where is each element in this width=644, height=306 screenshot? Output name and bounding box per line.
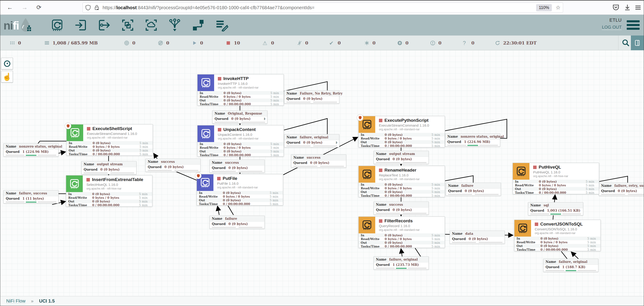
connection-label[interactable]: Name output stream Queued 0 (0 bytes) ◗	[374, 151, 429, 164]
remote-process-group-palette-icon[interactable]	[144, 19, 158, 32]
stat-window: 5 min	[432, 137, 442, 140]
stat-label: Read/Write	[68, 196, 92, 199]
logout-link[interactable]: LOG OUT	[602, 25, 622, 30]
queue-percent-bars	[599, 193, 644, 196]
connection-label[interactable]: Name failure, original Queued 1 (235.73 …	[374, 256, 429, 269]
connection-label[interactable]: Name failure Queued 0 (0 bytes) ◗	[446, 183, 501, 196]
reload-button[interactable]: ⟳	[35, 4, 43, 12]
birdseye-compass-button[interactable]	[1, 58, 13, 69]
connection-label[interactable]: Name Original, Response Queued 0 (0 byte…	[212, 110, 267, 124]
shield-icon[interactable]	[85, 5, 91, 11]
stopped-status-icon	[533, 166, 536, 169]
sidebar-toggle-button[interactable]	[631, 36, 644, 50]
status-running-count: 0	[200, 40, 203, 46]
processor-bundle: org.apache.nifi - nifi-hive-nar	[533, 175, 568, 178]
browser-menu-icon[interactable]	[634, 4, 642, 12]
template-palette-icon[interactable]	[192, 19, 205, 32]
stat-label: Read/Write	[361, 187, 385, 190]
stat-window: 5 min	[140, 141, 150, 145]
processor-palette-icon[interactable]	[50, 19, 64, 32]
status-queue-count: 1,008 / 685.99 MB	[52, 40, 98, 46]
breadcrumb-root[interactable]: NiFi Flow	[6, 298, 25, 304]
connection-name-key: Name	[6, 191, 16, 195]
processor-RenameHeader[interactable]: RenameHeader ReplaceText 1.16.0 org.apac…	[358, 166, 445, 197]
stat-row: In 0 (0 bytes) 5 min	[513, 180, 599, 183]
hand-tool-button[interactable]: ☝	[1, 71, 13, 83]
restricted-shield-icon	[65, 123, 71, 129]
refresh-status[interactable]: 22:30:01 EDT	[495, 36, 536, 50]
queue-percent-bars	[284, 145, 339, 147]
lock-icon[interactable]	[94, 5, 100, 11]
refresh-icon[interactable]	[495, 40, 500, 46]
browser-zoom-badge[interactable]: 110%	[536, 4, 552, 11]
processor-InsertFromExtrenalTable[interactable]: InsertFromExtrenalTable SelectHiveQL 1.1…	[66, 175, 152, 207]
processor-UnpackContent[interactable]: UnpackContent UnpackContent 1.16.0 org.a…	[197, 125, 284, 157]
stat-value: 0 / 00:00:00.000	[92, 203, 139, 207]
processor-ExecuteShellScript[interactable]: ExecuteShellScript ExecuteStreamCommand …	[66, 124, 153, 156]
processor-ExecutePythonScript[interactable]: ExecutePythonScript ExecuteStreamCommand…	[358, 116, 445, 147]
processor-ConvertJSONToSQL[interactable]: ConvertJSONToSQL ConvertJSONToSQL 1.16.0…	[514, 220, 601, 251]
connection-name-key: Name	[212, 217, 222, 220]
connection-label[interactable]: Name failure, success Queued 1 (11 bytes…	[4, 190, 58, 203]
stat-value: 0 (0 bytes)	[385, 183, 432, 186]
connection-label[interactable]: Name sql Queued 1,003 (166.51 KB) ◗	[528, 202, 583, 215]
processor-type-icon	[513, 163, 530, 180]
stat-window: 5 min	[432, 133, 442, 137]
connection-label[interactable]: Name nonzero status, original Queued 1 (…	[445, 134, 500, 147]
processor-bundle: org.apache.nifi - nifi-standard-nar	[379, 128, 429, 131]
stat-label: In	[361, 133, 385, 137]
connection-label[interactable]: Name success Queued 0 (0 bytes) ◗	[146, 159, 200, 172]
connection-label[interactable]: Name success Queued 0 (0 bytes) ◗	[374, 202, 429, 215]
connection-relationships: nonzero status, original	[461, 135, 504, 138]
connection-label[interactable]: Name Failure, No Retry, Retry Queued 0 (…	[284, 90, 339, 104]
processor-FilterRecords[interactable]: FilterRecords QueryRecord 1.16.0 org.apa…	[358, 216, 445, 248]
connection-name-key: Name	[286, 92, 297, 95]
processor-bundle: org.apache.nifi - nifi-standard-nar	[218, 137, 258, 140]
search-icon[interactable]	[622, 39, 630, 47]
global-menu-icon[interactable]	[627, 20, 640, 31]
process-group-palette-icon[interactable]	[121, 19, 134, 32]
connection-label[interactable]: Name failure, retry, success Queued 0 (0…	[599, 183, 644, 196]
connection-label[interactable]: Name failure Queued 0 (0 bytes) ◗	[210, 216, 264, 229]
connection-label[interactable]: Name nonzero status, original Queued 1 (…	[4, 143, 58, 157]
url-bar[interactable]: https://localhost:8443/nifi/?processGrou…	[82, 3, 563, 13]
breadcrumb-separator-icon: »	[31, 298, 34, 304]
stat-label: Tasks/Time	[516, 248, 540, 251]
label-palette-icon[interactable]	[215, 19, 228, 32]
downloads-icon[interactable]	[624, 4, 631, 12]
output-port-palette-icon[interactable]	[98, 19, 111, 32]
queue-percent-bars	[146, 169, 200, 172]
processor-stats: In 0 (0 bytes) 5 min Read/Write 0 bytes …	[197, 191, 283, 206]
stat-value: 0 (0 bytes)	[385, 241, 432, 244]
stat-value: 0 (0 bytes)	[224, 150, 270, 153]
connection-label[interactable]: Name success Queued 0 (0 bytes) ◗	[291, 154, 346, 168]
connection-label[interactable]: Name failure, original Queued 1 (188.7 K…	[543, 259, 598, 272]
processor-PutHiveQL[interactable]: PutHiveQL PutHiveQL 1.16.0 org.apache.ni…	[512, 163, 599, 194]
stat-row: Tasks/Time 0 / 00:00:00.000 5 min	[359, 144, 444, 148]
flow-canvas[interactable]: ☝ InvokeHTTP InvokeHTTP	[0, 50, 644, 297]
processor-type: UnpackContent 1.16.0	[218, 133, 258, 137]
connection-line[interactable]	[218, 207, 219, 215]
stat-value: 0 bytes / 0 bytes	[539, 184, 586, 187]
funnel-palette-icon[interactable]	[168, 19, 182, 32]
queue-percent-bars	[210, 226, 264, 228]
processor-PutFile[interactable]: PutFile PutFile 1.16.0 org.apache.nifi -…	[196, 174, 283, 205]
connection-label[interactable]: Name failure, original Queued 0 (0 bytes…	[284, 134, 339, 147]
processor-InvokeHTTP[interactable]: InvokeHTTP InvokeHTTP 1.16.0 org.apache.…	[197, 74, 284, 106]
status-stopped: 10	[226, 36, 240, 50]
processor-name: PutFile	[223, 176, 237, 181]
connection-label[interactable]: Name data Queued 0 (0 bytes) ◗	[450, 231, 505, 244]
back-button[interactable]: ←	[6, 4, 14, 12]
connection-line[interactable]	[228, 206, 234, 215]
connection-label[interactable]: Name output stream Queued 0 (0 bytes) ◗	[81, 161, 136, 174]
queue-percent-bars	[4, 154, 58, 156]
input-port-palette-icon[interactable]	[74, 19, 87, 32]
stale-icon	[397, 40, 403, 46]
bookmark-star-icon[interactable]: ☆	[556, 5, 560, 11]
connection-label[interactable]: Name success Queued 0 (0 bytes) ◗	[210, 160, 264, 173]
pocket-icon[interactable]	[612, 4, 620, 12]
stat-window: 5 min	[140, 152, 150, 156]
nifi-droplet-icon	[19, 18, 32, 33]
forward-button[interactable]: →	[20, 4, 29, 12]
connection-name-key: Name	[376, 257, 386, 261]
